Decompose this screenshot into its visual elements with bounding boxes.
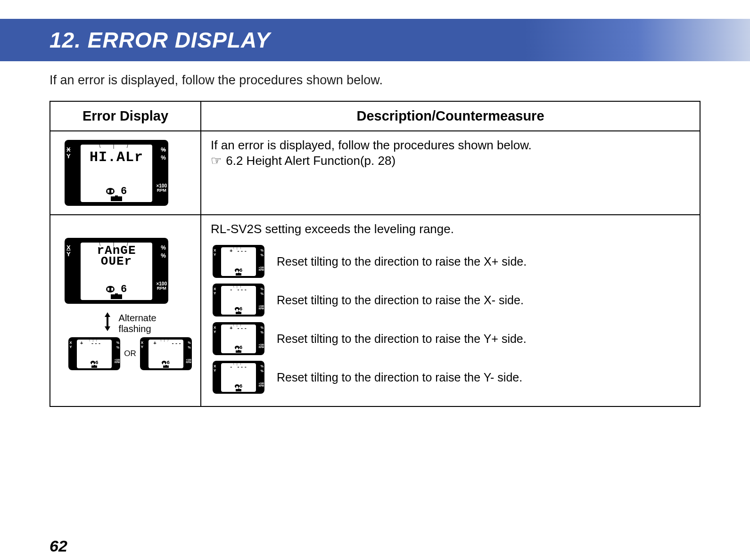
lcd-rpm-label: ×100 RPM [156, 184, 167, 193]
section-header: 12. ERROR DISPLAY [0, 19, 750, 61]
battery-icon [111, 196, 122, 201]
error-table: Error Display Description/Countermeasure… [49, 101, 701, 407]
lcd-rpm-label: ×100 RPM [156, 282, 167, 291]
alternate-flashing-label: Alternate flashing [119, 313, 157, 334]
description-cell-1: If an error is displayed, follow the pro… [201, 131, 700, 215]
table-header-description: Description/Countermeasure [201, 101, 700, 131]
spin-icon [106, 188, 115, 195]
lcd-hi-alr: X Y % % ×100 RPM \ | / H [65, 140, 168, 206]
subitem-text: Reset tilting to the direction to raise … [277, 255, 527, 268]
table-row: X Y % % ×100 RPM \ | / H [50, 131, 700, 215]
lcd-small-xplus: XY %% ×100RPM \|/ + --- 6 [213, 245, 264, 278]
lcd-inner: \ | / HI.ALr 6 [81, 145, 152, 202]
page-number: 62 [49, 537, 67, 555]
lcd-inner: \ | / rAnGE OUEr 6 [81, 243, 152, 300]
subitem-text: Reset tilting to the direction to raise … [277, 293, 524, 307]
error-display-cell-2: X Y % % ×100 RPM \ | / r [50, 215, 201, 406]
lcd-range-over: X Y % % ×100 RPM \ | / r [65, 238, 168, 304]
lcd-pct-labels: % % [161, 244, 166, 260]
error-display-cell-1: X Y % % ×100 RPM \ | / H [50, 131, 201, 215]
subitem-text: Reset tilting to the direction to raise … [277, 332, 527, 346]
or-text: OR [124, 349, 136, 358]
lcd-pct-labels: % % [161, 146, 166, 162]
lcd-small-yplus: XY %% ×100RPM \|/ + --- 6 [213, 322, 264, 355]
list-item: XY %% ×100RPM \|/ - --- 6 Reset tilting … [213, 361, 690, 394]
list-item: XY %% ×100RPM \|/ + --- 6 Reset tilting … [213, 322, 690, 355]
spin-icon [106, 286, 115, 292]
alternate-flashing-block: Alternate flashing XY %% ×100RPM \|/ + -… [65, 312, 196, 370]
arrow-up-down-icon [104, 312, 111, 334]
lcd-axis-labels: X Y [66, 244, 71, 258]
table-header-error-display: Error Display [50, 101, 201, 131]
battery-icon [236, 312, 241, 314]
lcd-small-yminus: XY %% ×100RPM \|/ - --- 6 [213, 361, 264, 394]
spin-icon [235, 346, 239, 349]
row1-desc-line1: If an error is displayed, follow the pro… [211, 138, 690, 153]
list-item: XY %% ×100RPM \|/ - --- 6 Reset tilting … [213, 284, 690, 317]
lcd-ticks: \ | / [81, 144, 152, 149]
subitem-text: Reset tilting to the direction to raise … [277, 371, 522, 384]
or-row: XY %% ×100RPM \|/ + --- 6 OR [65, 337, 196, 370]
list-item: XY %% ×100RPM \|/ + --- 6 Reset tilting … [213, 245, 690, 278]
lcd-ticks: \ | / [81, 242, 152, 247]
row1-reference: ☞ 6.2 Height Alert Function(p. 28) [211, 153, 690, 168]
page-content: If an error is displayed, follow the pro… [0, 61, 750, 407]
section-title: 12. ERROR DISPLAY [49, 27, 726, 53]
battery-icon [236, 389, 241, 391]
lcd-small-xminus: XY %% ×100RPM \|/ - --- 6 [213, 284, 264, 317]
row2-title: RL-SV2S setting exceeds the leveling ran… [211, 222, 690, 236]
battery-icon [163, 365, 169, 368]
lcd-axis-labels: X Y [66, 146, 71, 160]
intro-text: If an error is displayed, follow the pro… [49, 73, 701, 88]
reference-icon: ☞ [211, 154, 222, 168]
battery-icon [236, 273, 241, 276]
lcd-small-b: XY %% ×100RPM \|/ + --- 6 [140, 337, 192, 370]
description-cell-2: RL-SV2S setting exceeds the leveling ran… [201, 215, 700, 406]
spin-icon [235, 268, 239, 272]
battery-icon [236, 350, 241, 353]
table-row: X Y % % ×100 RPM \ | / r [50, 215, 700, 406]
spin-icon [91, 361, 95, 365]
spin-icon [162, 361, 166, 365]
battery-icon [111, 294, 122, 299]
spin-icon [235, 384, 239, 388]
lcd-small-a: XY %% ×100RPM \|/ + --- 6 [68, 337, 120, 370]
spin-icon [235, 307, 239, 311]
battery-icon [91, 365, 97, 368]
